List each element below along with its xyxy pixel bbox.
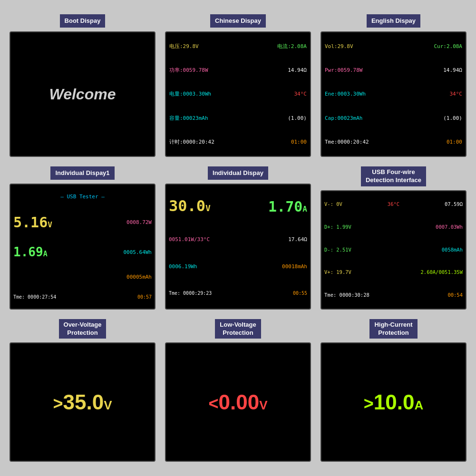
data-row-3: 容量:00023mAh(1.00) xyxy=(169,115,307,122)
ind2-current: 1.70A xyxy=(268,198,307,215)
cell-lowvoltage: Low-VoltageProtection<0.00V xyxy=(165,319,311,462)
cell-usb4wire: USB Four-wireDetection InterfaceV-: 0V36… xyxy=(321,166,466,309)
label-lowvoltage: Low-VoltageProtection xyxy=(215,319,261,339)
usb4-row-3: V+: 19.7V2.60A/0051.35W xyxy=(324,269,463,276)
ind2-time-row: Tme: 0000:29:2300:55 xyxy=(169,291,307,296)
ind1-current: 1.69A xyxy=(13,245,48,259)
ind2-row3-left: 0006.19Wh xyxy=(169,263,197,270)
usb4-mid-0: 36°C xyxy=(388,201,399,208)
usb4-row-2: D-: 2.51V0058mAh xyxy=(324,246,463,253)
ind1-time-row: Tme: 0000:27:5400:57 xyxy=(13,294,152,300)
row-right-0: Cur:2.08A xyxy=(434,43,462,50)
screen-usb4wire: V-: 0V36°C07.59ΩD+: 1.99V0007.03WhD-: 2.… xyxy=(321,190,466,310)
usb4-left-4: Tme: 0000:30:28 xyxy=(324,291,369,299)
row-right-4: 01:00 xyxy=(447,138,462,146)
boot-welcome-text: Welcome xyxy=(49,86,116,103)
row-right-4: 01:00 xyxy=(291,138,307,146)
label-boot: Boot Dispay xyxy=(60,14,106,28)
ind1-time: Tme: 0000:27:54 xyxy=(13,294,56,300)
screen-lowvoltage: <0.00V xyxy=(165,342,311,462)
label-individual1: Individual Dispay1 xyxy=(50,166,114,180)
row-left-0: Vol:29.8V xyxy=(325,43,353,50)
screen-english: Vol:29.8VCur:2.08APwr:0059.78W14.94ΩEne:… xyxy=(321,31,466,157)
ind2-row3: 0006.19Wh00018mAh xyxy=(169,263,307,270)
usb4-left-0: V-: 0V xyxy=(324,201,342,208)
cell-english: English DispayVol:29.8VCur:2.08APwr:0059… xyxy=(321,14,466,157)
label-chinese: Chinese Dispay xyxy=(210,14,266,28)
ind2-row3-right: 00018mAh xyxy=(282,263,307,270)
screen-individual1: — USB Tester —5.16V0008.72W1.69A0005.64W… xyxy=(10,184,155,309)
data-row-3: Cap:00023mAh(1.00) xyxy=(325,115,462,122)
row-right-2: 34°C xyxy=(450,90,463,97)
usb4-right-3: 2.60A/0051.35W xyxy=(420,269,463,276)
data-row-2: Ene:0003.30Wh34°C xyxy=(325,90,462,97)
screen-boot: Welcome xyxy=(10,31,155,157)
data-row-2: 电量:0003.30Wh34°C xyxy=(169,90,307,97)
ind2-row2: 0051.01W/33°C17.64Ω xyxy=(169,236,307,243)
usb4-right-2: 0058mAh xyxy=(442,246,463,253)
usb4-right-0: 07.59Ω xyxy=(445,201,463,208)
main-grid: Boot DispayWelcomeChinese Dispay电压:29.8V… xyxy=(0,0,476,476)
usb4-right-1: 0007.03Wh xyxy=(436,223,463,231)
ind2-voltage: 30.0V xyxy=(169,197,211,215)
data-row-4: 计时:0000:20:4201:00 xyxy=(169,138,307,146)
ind2-elapsed: 00:55 xyxy=(293,291,307,296)
row-left-3: Cap:00023mAh xyxy=(325,115,362,122)
cell-individual2: Individual Dispay30.0V1.70A0051.01W/33°C… xyxy=(165,166,311,309)
ind1-power: 0008.72W xyxy=(126,219,152,225)
ind1-row2: 1.69A0005.64Wh xyxy=(13,245,152,259)
cell-overvoltage: Over-VoltageProtection>35.0V xyxy=(10,319,155,462)
ind2-row1: 30.0V1.70A xyxy=(169,197,307,215)
screen-overvoltage: >35.0V xyxy=(10,342,155,462)
label-usb4wire: USB Four-wireDetection Interface xyxy=(361,166,426,186)
ind1-elapsed: 00:57 xyxy=(137,294,152,300)
label-individual2: Individual Dispay xyxy=(208,166,268,180)
row-left-2: Ene:0003.30Wh xyxy=(325,90,366,97)
cell-highcurrent: High-CurrentProtection>10.0A xyxy=(321,319,466,462)
cell-boot: Boot DispayWelcome xyxy=(10,14,155,157)
ind1-capacity: 00005mAh xyxy=(126,274,152,280)
row-right-3: (1.00) xyxy=(288,115,307,122)
row-right-1: 14.94Ω xyxy=(288,67,307,74)
row-right-0: 电流:2.08A xyxy=(277,43,307,50)
ind2-row2-right: 17.64Ω xyxy=(288,236,307,243)
prot-text-lowvoltage: <0.00V xyxy=(208,390,267,414)
data-row-1: 功率:0059.78W14.94Ω xyxy=(169,67,307,74)
usb-tester-title: — USB Tester — xyxy=(13,194,152,200)
cell-individual1: Individual Dispay1— USB Tester —5.16V000… xyxy=(10,166,155,309)
row-left-1: Pwr:0059.78W xyxy=(325,67,362,74)
row-right-3: (1.00) xyxy=(443,115,462,122)
usb4-left-2: D-: 2.51V xyxy=(324,246,351,253)
usb4-left-1: D+: 1.99V xyxy=(324,223,351,231)
usb4-row-1: D+: 1.99V0007.03Wh xyxy=(324,223,463,231)
label-overvoltage: Over-VoltageProtection xyxy=(59,319,107,339)
usb4-right-4: 00:54 xyxy=(447,291,463,299)
prot-text-overvoltage: >35.0V xyxy=(53,390,112,414)
ind2-row2-left: 0051.01W/33°C xyxy=(169,236,210,243)
label-english: English Dispay xyxy=(367,14,420,28)
row-left-1: 功率:0059.78W xyxy=(169,67,208,74)
row-left-4: Tme:0000:20:42 xyxy=(325,138,369,146)
screen-individual2: 30.0V1.70A0051.01W/33°C17.64Ω0006.19Wh00… xyxy=(165,184,311,309)
data-row-1: Pwr:0059.78W14.94Ω xyxy=(325,67,462,74)
row-left-2: 电量:0003.30Wh xyxy=(169,90,211,97)
row-right-2: 34°C xyxy=(294,90,307,97)
usb4-row-4: Tme: 0000:30:2800:54 xyxy=(324,291,463,299)
row-right-1: 14.94Ω xyxy=(443,67,462,74)
ind1-row1: 5.16V0008.72W xyxy=(13,214,152,231)
prot-text-highcurrent: >10.0A xyxy=(364,390,423,414)
ind1-row3: 00005mAh xyxy=(13,274,152,280)
screen-highcurrent: >10.0A xyxy=(321,342,466,462)
data-row-0: 电压:29.8V电流:2.08A xyxy=(169,43,307,50)
ind1-voltage: 5.16V xyxy=(13,214,52,231)
screen-chinese: 电压:29.8V电流:2.08A功率:0059.78W14.94Ω电量:0003… xyxy=(165,31,311,157)
label-highcurrent: High-CurrentProtection xyxy=(369,319,417,339)
usb4-row-0: V-: 0V36°C07.59Ω xyxy=(324,201,463,208)
ind1-energy: 0005.64Wh xyxy=(123,249,152,255)
row-left-3: 容量:00023mAh xyxy=(169,115,208,122)
ind2-time: Tme: 0000:29:23 xyxy=(169,291,212,296)
row-left-0: 电压:29.8V xyxy=(169,43,199,50)
usb4-left-3: V+: 19.7V xyxy=(324,269,351,276)
row-left-4: 计时:0000:20:42 xyxy=(169,138,214,146)
cell-chinese: Chinese Dispay电压:29.8V电流:2.08A功率:0059.78… xyxy=(165,14,311,157)
